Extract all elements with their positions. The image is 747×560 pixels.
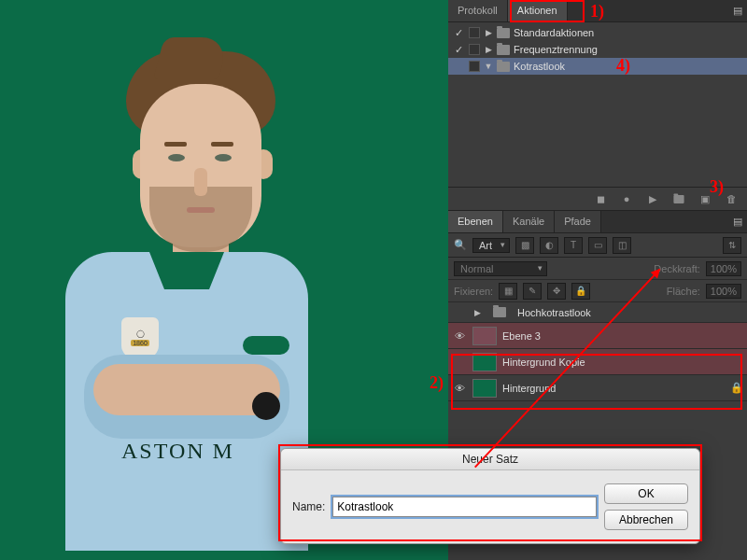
folder-icon [493,307,506,317]
sponsor-text: ASTON M [121,439,234,464]
layer-group-hochkotrastlook[interactable]: ▶ Hochkotrastlook [448,302,747,323]
check-icon[interactable] [452,60,465,73]
cancel-button[interactable]: Abbrechen [604,510,688,530]
set-name-input[interactable] [332,497,597,517]
panel-menu-icon[interactable]: ▤ [728,0,747,21]
tab-kanaele[interactable]: Kanäle [503,211,555,232]
visibility-toggle[interactable]: 👁 [452,330,467,342]
layer-ebene-3[interactable]: 👁 Ebene 3 [448,323,747,349]
opacity-label: Deckkraft: [654,263,700,274]
action-set-frequenztrennung[interactable]: ✓ ▶ Frequenztrennung [448,41,747,58]
lock-all-icon[interactable]: 🔒 [571,283,590,300]
filter-type-dropdown[interactable]: Art [472,238,510,253]
blend-mode-dropdown[interactable]: Normal [454,261,547,276]
filter-adjust-icon[interactable]: ◐ [540,237,558,254]
club-crest: ◯1860 [121,317,159,358]
filter-pixel-icon[interactable]: ▩ [515,237,534,254]
folder-icon [497,45,510,55]
action-set-standardaktionen[interactable]: ✓ ▶ Standardaktionen [448,24,747,41]
layer-thumbnail[interactable] [472,379,497,398]
disclosure-triangle-icon[interactable]: ▶ [484,28,493,37]
lock-row: Fixieren: ▦ ✎ ✥ 🔒 Fläche: 100% [448,280,747,302]
layers-filter-bar: 🔍 Art ▩ ◐ T ▭ ◫ ⇅ [448,233,747,258]
ok-button[interactable]: OK [604,483,688,504]
fill-label: Fläche: [667,286,700,297]
tab-aktionen[interactable]: Aktionen [508,0,568,21]
new-set-dialog: Neuer Satz Name: OK Abbrechen [280,448,700,544]
trash-icon[interactable]: 🗑 [725,192,738,205]
record-icon[interactable]: ● [620,192,633,205]
play-icon[interactable]: ▶ [646,192,659,205]
filter-text-icon[interactable]: T [564,237,583,254]
fill-field[interactable]: 100% [706,284,741,299]
search-icon[interactable]: 🔍 [454,239,467,252]
layers-list: ▶ Hochkotrastlook 👁 Ebene 3 Hintergrund … [448,302,747,401]
tab-ebenen[interactable]: Ebenen [448,211,503,232]
disclosure-triangle-icon[interactable]: ▶ [484,45,493,54]
disclosure-triangle-icon[interactable]: ▼ [484,62,493,71]
visibility-toggle[interactable]: 👁 [452,383,467,394]
actions-controls: ◼ ● ▶ ▣ 🗑 [448,187,747,211]
layer-thumbnail[interactable] [472,327,497,345]
new-action-icon[interactable]: ▣ [698,192,712,205]
lock-label: Fixieren: [454,286,493,297]
lock-icon: 🔒 [730,382,743,394]
opacity-field[interactable]: 100% [706,261,741,276]
actions-panel-tabs: Protokoll Aktionen ▤ [448,0,747,22]
layer-thumbnail[interactable] [472,353,497,371]
layers-panel-tabs: Ebenen Kanäle Pfade ▤ [448,211,747,233]
sleeve-logo [252,392,280,420]
filter-shape-icon[interactable]: ▭ [588,237,607,254]
dialog-toggle[interactable] [469,44,480,55]
folder-icon [497,62,510,72]
tab-protokoll[interactable]: Protokoll [448,0,508,21]
lock-position-icon[interactable]: ✥ [547,283,566,300]
name-label: Name: [292,500,325,513]
lock-pixels-icon[interactable]: ✎ [523,283,542,300]
folder-icon [497,28,510,38]
dialog-title: Neuer Satz [281,449,699,470]
filter-switch[interactable]: ⇅ [723,237,741,254]
layer-hintergrund[interactable]: 👁 Hintergrund 🔒 [448,375,747,401]
dialog-toggle[interactable] [469,61,480,72]
lock-transparency-icon[interactable]: ▦ [499,283,517,300]
filter-smart-icon[interactable]: ◫ [613,237,631,254]
action-set-kotrastlook[interactable]: ▼ Kotrastlook [448,58,747,75]
dialog-toggle[interactable] [469,27,480,38]
panel-menu-icon[interactable]: ▤ [728,211,747,232]
stop-icon[interactable]: ◼ [594,192,607,205]
layer-hintergrund-kopie[interactable]: Hintergrund Kopie [448,349,747,375]
check-icon[interactable]: ✓ [452,26,465,39]
disclosure-triangle-icon[interactable]: ▶ [472,308,482,317]
actions-list: ✓ ▶ Standardaktionen ✓ ▶ Frequenztrennun… [448,22,747,187]
new-set-icon[interactable] [672,192,685,205]
tab-pfade[interactable]: Pfade [555,211,601,232]
check-icon[interactable]: ✓ [452,43,465,56]
blend-mode-row: Normal Deckkraft: 100% [448,258,747,280]
